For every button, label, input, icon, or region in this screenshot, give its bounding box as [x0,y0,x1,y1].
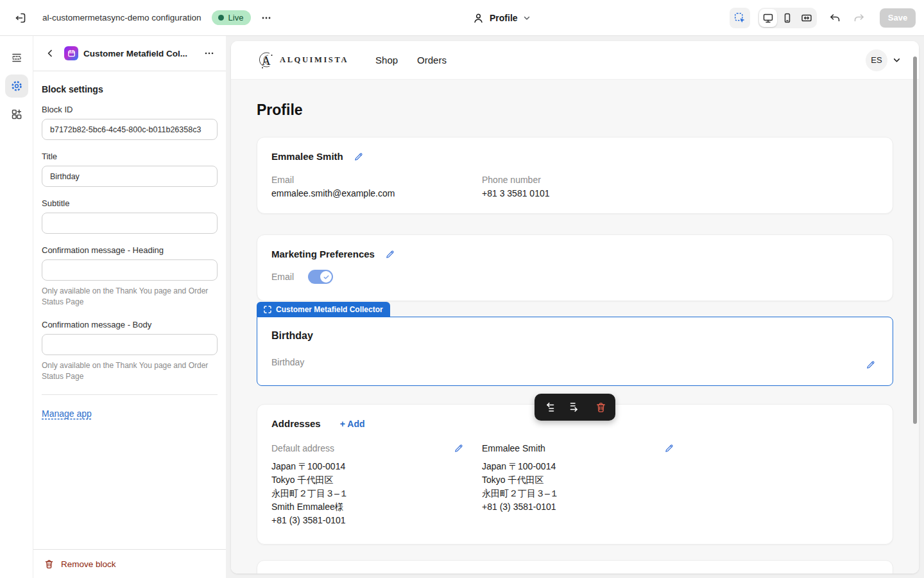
page-selector-label: Profile [490,13,518,23]
panel-title: Customer Metafield Col... [83,49,195,58]
remove-block-button[interactable]: Remove block [33,549,226,578]
remove-block-label: Remove block [61,559,116,569]
fullwidth-preview-button[interactable] [798,9,816,27]
exit-editor-button[interactable] [10,8,31,28]
desktop-preview-button[interactable] [759,9,777,27]
app-calendar-icon [64,46,78,60]
store-header: A ALQUIMISTA Shop Orders ES [231,41,919,80]
edit-marketing-icon[interactable] [385,249,395,259]
edit-secondary-address-icon[interactable] [664,443,674,453]
alquimista-logo[interactable]: A ALQUIMISTA [257,49,348,71]
default-address-lines: Japan 〒100-0014 Tokyo 千代田区 永田町２丁目３–１ Smi… [271,460,464,527]
app-block-tab-label: Customer Metafield Collector [276,305,383,314]
secondary-address-column: Emmalee Smith Japan 〒100-0014 Tokyo 千代田区… [482,443,674,527]
email-marketing-toggle[interactable] [308,270,333,284]
preview-scrollbar-thumb[interactable] [913,57,917,424]
addresses-card: Addresses + Add Default address [257,404,893,545]
addresses-title: Addresses [271,418,321,429]
chevron-left-icon [46,49,55,58]
panel-divider [42,394,218,395]
block-settings-heading: Block settings [42,84,218,94]
nav-shop-link[interactable]: Shop [375,55,398,66]
save-button[interactable]: Save [880,8,916,28]
delete-block-button[interactable] [590,397,612,417]
manage-app-link[interactable]: Manage app [42,408,92,419]
phone-label: Phone number [482,175,878,185]
marketing-title: Marketing Preferences [271,249,375,259]
secondary-address-lines: Japan 〒100-0014 Tokyo 千代田区 永田町２丁目３–１ +81… [482,460,674,514]
sections-rail-button[interactable] [5,46,28,69]
title-label: Title [42,152,218,161]
live-dot-icon [218,15,224,21]
trash-icon [595,401,607,414]
block-menu-button[interactable] [200,44,218,62]
selected-app-block[interactable]: Birthday Birthday [257,317,893,386]
desktop-icon [762,12,774,24]
next-card-partial [257,560,893,574]
person-icon [472,12,484,24]
confirmation-body-input[interactable] [42,334,218,355]
chevron-down-icon [523,14,531,22]
svg-text:A: A [262,54,271,67]
inspector-tool-button[interactable] [730,8,750,28]
move-block-up-button[interactable] [538,397,560,417]
inspector-icon [733,12,746,24]
subtitle-label: Subtitle [42,198,218,208]
store-preview-frame: A ALQUIMISTA Shop Orders ES Profile [231,41,919,574]
chevron-down-icon [893,56,901,64]
block-id-input[interactable] [42,119,218,140]
email-label: Email [271,175,482,185]
secondary-address-label: Emmalee Smith [482,443,545,453]
apps-icon [10,108,23,121]
customer-name: Emmalee Smith [271,151,343,162]
locale-selector[interactable]: ES [866,49,901,71]
app-block-tab[interactable]: Customer Metafield Collector [257,302,390,317]
app-block-field-placeholder[interactable]: Birthday [271,357,878,367]
configuration-menu-button[interactable] [256,8,277,28]
back-button[interactable] [41,44,59,62]
default-address-column: Default address Japan 〒100-0014 Tokyo 千代… [271,443,464,527]
settings-rail-button[interactable] [5,74,28,98]
move-up-icon [543,401,556,414]
move-block-down-button[interactable] [564,397,586,417]
live-status-badge: Live [212,10,252,25]
email-value: emmalee.smith@example.com [271,188,482,198]
ellipsis-icon [261,13,271,23]
redo-button[interactable] [849,8,869,28]
toggle-knob [320,271,332,283]
move-down-icon [569,401,581,414]
logo-text: ALQUIMISTA [280,55,348,65]
gear-icon [10,80,23,92]
configuration-title: al-customermetasync-demo configuration [42,13,201,22]
edit-block-field-icon[interactable] [866,360,876,370]
confirmation-body-help: Only available on the Thank You page and… [42,360,218,383]
page-selector-dropdown[interactable]: Profile [472,0,531,36]
store-nav: Shop Orders [375,55,447,66]
profile-card: Emmalee Smith Email emmalee.smith@exampl… [257,137,893,214]
block-corners-icon [264,306,271,313]
sections-icon [10,51,23,64]
store-page-body: Profile Emmalee Smith Email emmalee.smit… [231,80,919,574]
confirmation-body-label: Confirmation message - Body [42,320,218,329]
undo-button[interactable] [825,8,845,28]
marketing-email-label: Email [271,272,294,282]
default-address-label: Default address [271,443,334,453]
edit-name-icon[interactable] [354,152,364,162]
app-embeds-rail-button[interactable] [5,103,28,126]
undo-icon [828,12,841,24]
locale-badge: ES [866,49,887,71]
mobile-preview-button[interactable] [778,9,796,27]
confirmation-heading-input[interactable] [42,259,218,281]
nav-orders-link[interactable]: Orders [417,55,447,66]
edit-default-address-icon[interactable] [454,443,464,453]
fullwidth-icon [800,12,813,24]
editor-topbar: al-customermetasync-demo configuration L… [0,0,924,36]
mobile-icon [781,12,794,24]
subtitle-input[interactable] [42,213,218,234]
title-input[interactable] [42,166,218,187]
editor-left-rail [0,36,33,578]
confirmation-heading-label: Confirmation message - Heading [42,245,218,255]
app-block-title: Birthday [271,330,878,342]
block-id-label: Block ID [42,105,218,114]
add-address-link[interactable]: + Add [340,419,365,429]
